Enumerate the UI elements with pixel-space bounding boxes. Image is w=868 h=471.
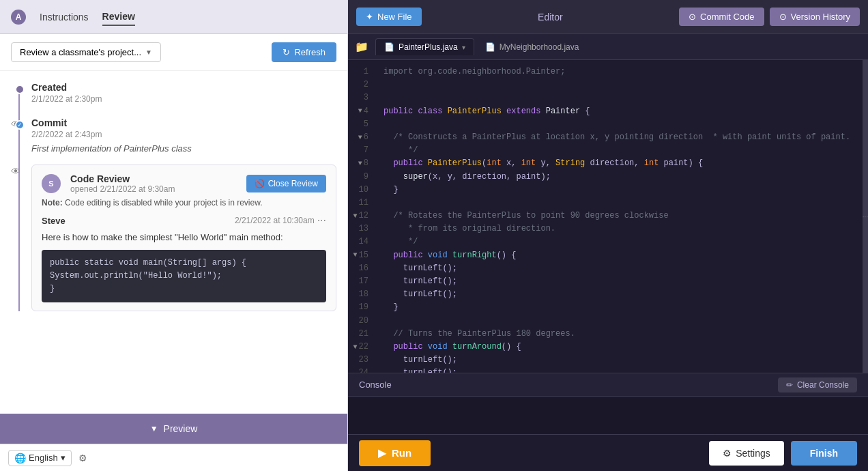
preview-bar[interactable]: ▼ Preview <box>0 414 347 444</box>
bottom-bar: ▶ Run ⚙ Settings Finish <box>348 434 868 471</box>
refresh-icon: ↻ <box>283 47 290 57</box>
left-content: Created 2/1/2022 at 2:30pm 👁 ✓ Commit 2/… <box>0 71 347 414</box>
left-panel: A Instructions Review Review a classmate… <box>0 0 348 471</box>
line-num-11: 11 <box>348 197 368 210</box>
line-num-19: 19 <box>348 301 368 314</box>
comment-body: Here is how to make the simplest "Hello … <box>42 231 326 244</box>
right-header: ✦ New File Editor ⊙ Commit Code ⊙ Versio… <box>348 0 868 34</box>
code-line-15: public void turnRight() { <box>384 249 854 262</box>
comment-date: 2/21/2022 at 10:30am <box>235 216 315 225</box>
clear-console-button[interactable]: ✏ Clear Console <box>778 377 857 392</box>
line-num-16: 16 <box>348 262 368 275</box>
code-line-17: turnLeft(); <box>384 275 854 288</box>
finish-button[interactable]: Finish <box>791 441 857 466</box>
file-tab-label-painterplus: PainterPlus.java <box>399 42 458 52</box>
line-num-12: ▼12 <box>348 210 368 223</box>
comment-meta: 2/21/2022 at 10:30am ··· <box>235 214 326 227</box>
line-num-18: 18 <box>348 288 368 301</box>
timeline-item-created: Created 2/1/2022 at 2:30pm <box>31 82 336 104</box>
refresh-label: Refresh <box>294 47 326 57</box>
line-num-5: 5 <box>348 118 368 131</box>
code-line-18: turnLeft(); <box>384 288 854 301</box>
refresh-button[interactable]: ↻ Refresh <box>272 42 336 62</box>
code-line-16: turnLeft(); <box>384 262 854 275</box>
run-button[interactable]: ▶ Run <box>359 440 431 466</box>
code-line-1: import org.code.neighborhood.Painter; <box>384 66 854 78</box>
code-line-24: turnLeft(); <box>384 367 854 373</box>
line-num-4: ▼4 <box>348 105 368 118</box>
commit-date: 2/2/2022 at 2:43pm <box>31 130 336 139</box>
commit-code-button[interactable]: ⊙ Commit Code <box>679 8 764 26</box>
classmate-dropdown[interactable]: Review a classmate's project... ▼ <box>11 42 161 62</box>
close-review-button[interactable]: 🚫 Close Review <box>246 175 326 192</box>
new-file-icon: ✦ <box>366 12 373 22</box>
line-num-3: 3 <box>348 91 368 104</box>
note-prefix: Note: <box>42 198 63 208</box>
run-icon: ▶ <box>378 447 386 459</box>
console-label: Console <box>359 380 392 390</box>
file-tab-label-myneighborhood: MyNeighborhood.java <box>500 42 579 52</box>
file-tab-myneighborhood[interactable]: 📄 MyNeighborhood.java <box>477 39 588 55</box>
comment-header: Steve 2/21/2022 at 10:30am ··· <box>42 214 326 227</box>
language-bar: 🌐 English ▾ ⚙ <box>0 444 347 471</box>
comment-options-icon[interactable]: ··· <box>317 214 326 227</box>
preview-label: Preview <box>164 423 198 434</box>
console-body <box>348 397 868 434</box>
line-num-21: 21 <box>348 328 368 341</box>
file-icon-myneighborhood: 📄 <box>485 42 495 52</box>
settings-icon: ⚙ <box>723 448 732 459</box>
left-header: A Instructions Review <box>0 0 347 34</box>
code-line-8: public PainterPlus(int x, int y, String … <box>384 157 854 170</box>
line-num-1: 1 <box>348 66 368 78</box>
line-num-7: 7 <box>348 144 368 157</box>
globe-icon: 🌐 <box>14 453 26 463</box>
commit-icon: ⊙ <box>689 12 696 22</box>
review-title: Code Review <box>70 173 175 184</box>
new-file-button[interactable]: ✦ New File <box>356 8 422 26</box>
file-icon-painterplus: 📄 <box>384 42 394 52</box>
code-line-3 <box>384 91 854 104</box>
review-sub: opened 2/21/2022 at 9:30am <box>70 184 175 194</box>
dropdown-arrow-icon: ▼ <box>145 48 152 56</box>
settings-button[interactable]: ⚙ Settings <box>709 441 784 466</box>
review-note: Note: Code editing is disabled while you… <box>42 198 326 208</box>
file-tab-painterplus[interactable]: 📄 PainterPlus.java ▾ <box>375 38 474 55</box>
created-date: 2/1/2022 at 2:30pm <box>31 94 336 104</box>
close-review-label: Close Review <box>268 179 318 188</box>
finish-label: Finish <box>810 448 838 459</box>
language-select[interactable]: 🌐 English ▾ <box>8 450 72 466</box>
commit-dot: ✓ <box>15 120 25 130</box>
bottom-right: ⚙ Settings Finish <box>709 441 857 466</box>
right-header-right: ⊙ Commit Code ⊙ Version History <box>679 8 860 26</box>
line-num-10: 10 <box>348 184 368 197</box>
resize-handle[interactable]: ··· <box>863 60 868 373</box>
timeline-item-commit: 👁 ✓ Commit 2/2/2022 at 2:43pm First impl… <box>31 117 336 154</box>
created-dot <box>15 85 25 94</box>
line-num-13: 13 <box>348 223 368 235</box>
code-editor: 1 2 3 ▼4 5 ▼6 7 ▼8 9 10 11 ▼12 13 14 ▼15… <box>348 60 868 373</box>
close-review-icon: 🚫 <box>255 179 265 188</box>
line-num-24: 24 <box>348 367 368 373</box>
line-num-14: 14 <box>348 235 368 248</box>
file-tabs: 📁 📄 PainterPlus.java ▾ 📄 MyNeighborhood.… <box>348 34 868 60</box>
right-header-left: ✦ New File <box>356 8 422 26</box>
code-line-10: } <box>384 184 854 197</box>
review-eye-icon[interactable]: 👁 <box>11 166 20 177</box>
code-line-22: public void turnAround() { <box>384 341 854 354</box>
code-content[interactable]: import org.code.neighborhood.Painter; pu… <box>375 60 863 373</box>
lang-dropdown-icon: ▾ <box>61 453 66 463</box>
dropdown-label: Review a classmate's project... <box>20 47 141 57</box>
line-num-15: ▼15 <box>348 249 368 262</box>
line-num-17: 17 <box>348 275 368 288</box>
tab-instructions[interactable]: Instructions <box>40 9 89 25</box>
tab-review[interactable]: Review <box>102 8 135 26</box>
code-line-19: } <box>384 301 854 314</box>
code-line-23: turnLeft(); <box>384 354 854 367</box>
line-numbers: 1 2 3 ▼4 5 ▼6 7 ▼8 9 10 11 ▼12 13 14 ▼15… <box>348 60 375 373</box>
lang-settings-icon[interactable]: ⚙ <box>78 453 87 463</box>
version-history-button[interactable]: ⊙ Version History <box>770 8 860 26</box>
folder-icon[interactable]: 📁 <box>355 40 368 53</box>
code-line-5 <box>384 118 854 131</box>
console-area: Console ✏ Clear Console <box>348 373 868 434</box>
code-line-4: public class PainterPlus extends Painter… <box>384 105 854 118</box>
